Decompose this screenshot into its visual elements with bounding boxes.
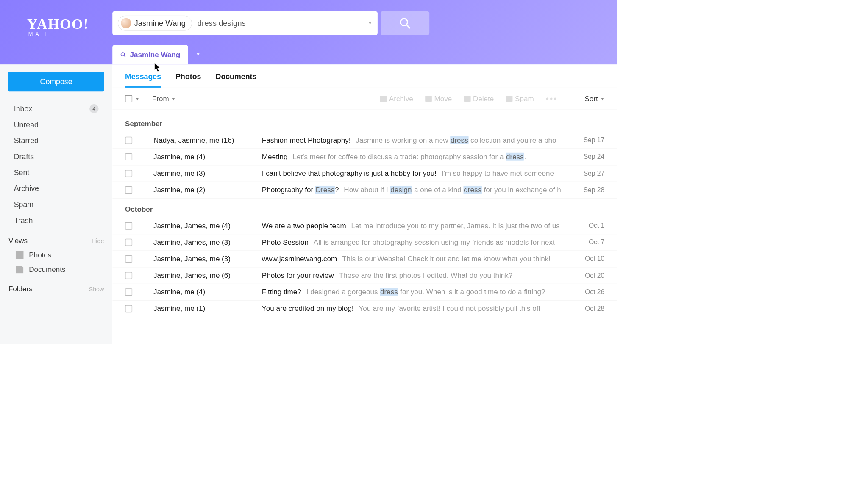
message-from: Jasmine, James, me (3) <box>153 255 262 263</box>
message-checkbox[interactable] <box>125 272 132 279</box>
sidebar-item-drafts[interactable]: Drafts <box>0 149 112 165</box>
message-checkbox[interactable] <box>125 153 132 160</box>
views-hide[interactable]: Hide <box>92 238 104 244</box>
message-checkbox[interactable] <box>125 239 132 246</box>
delete-button[interactable]: Delete <box>464 94 494 103</box>
message-row[interactable]: Jasmine, James, me (6) Photos for your r… <box>112 267 617 284</box>
message-body: Fitting time? I designed a gorgeous dres… <box>262 288 571 296</box>
from-filter[interactable]: From ▼ <box>152 94 175 103</box>
sidebar-item-trash[interactable]: Trash <box>0 213 112 229</box>
search-filter-tab[interactable]: Jasmine Wang <box>112 45 188 65</box>
message-list[interactable]: September Nadya, Jasmine, me (16) Fashio… <box>112 110 617 344</box>
message-row[interactable]: Jasmine, me (3) I can't believe that pho… <box>112 165 617 182</box>
message-row[interactable]: Jasmine, me (4) Meeting Let's meet for c… <box>112 149 617 165</box>
message-body: Meeting Let's meet for coffee to discuss… <box>262 152 571 161</box>
message-row[interactable]: Jasmine, me (4) Fitting time? I designed… <box>112 284 617 300</box>
message-body: Photography for Dress? How about if I de… <box>262 186 571 194</box>
message-from: Jasmine, me (1) <box>153 304 262 313</box>
tab-messages[interactable]: Messages <box>125 72 161 88</box>
move-button[interactable]: Move <box>425 94 452 103</box>
avatar <box>121 18 131 28</box>
message-date: Sep 24 <box>577 153 604 160</box>
svg-line-3 <box>124 55 126 57</box>
message-row[interactable]: Jasmine, James, me (3) www.jasminewang.c… <box>112 251 617 267</box>
sidebar-item-starred[interactable]: Starred <box>0 133 112 149</box>
message-date: Oct 26 <box>577 288 604 296</box>
message-from: Jasmine, me (3) <box>153 169 262 178</box>
compose-button[interactable]: Compose <box>8 72 104 91</box>
archive-icon <box>380 96 387 102</box>
message-preview: These are the first photos I edited. Wha… <box>339 271 512 279</box>
spam-button[interactable]: Spam <box>506 94 534 103</box>
select-all-checkbox[interactable] <box>125 95 132 102</box>
message-preview: I'm so happy to have met someone <box>442 169 554 177</box>
message-body: www.jasminewang.com This is our Website!… <box>262 255 571 263</box>
select-dropdown-caret[interactable]: ▼ <box>135 97 139 101</box>
message-subject: Meeting <box>262 152 288 160</box>
tab-photos[interactable]: Photos <box>175 72 201 88</box>
message-date: Oct 28 <box>577 305 604 313</box>
message-checkbox[interactable] <box>125 222 132 230</box>
message-checkbox[interactable] <box>125 137 132 144</box>
message-row[interactable]: Jasmine, James, me (4) We are a two peop… <box>112 218 617 234</box>
message-checkbox[interactable] <box>125 255 132 263</box>
delete-icon <box>464 96 471 102</box>
sort-button[interactable]: Sort ▼ <box>584 94 604 103</box>
count-badge: 4 <box>89 104 98 113</box>
group-header: September <box>112 113 617 133</box>
filter-dropdown-caret[interactable]: ▼ <box>195 51 200 57</box>
sidebar-item-archive[interactable]: Archive <box>0 181 112 197</box>
photo-icon <box>16 251 23 259</box>
chevron-down-icon: ▼ <box>171 97 175 101</box>
message-checkbox[interactable] <box>125 170 132 177</box>
filter-tab-label: Jasmine Wang <box>130 50 180 59</box>
message-preview: Let's meet for coffee to discuss a trade… <box>292 152 526 160</box>
message-row[interactable]: Jasmine, me (1) You are credited on my b… <box>112 301 617 317</box>
search-person-chip[interactable]: Jasmine Wang <box>118 16 192 31</box>
message-date: Oct 7 <box>577 238 604 246</box>
message-preview: All is arranged for photography session … <box>314 238 555 246</box>
folders-show[interactable]: Show <box>89 286 104 293</box>
message-date: Sep 28 <box>577 186 604 194</box>
view-item-photos[interactable]: Photos <box>0 248 112 262</box>
message-row[interactable]: Jasmine, James, me (3) Photo Session All… <box>112 234 617 251</box>
message-row[interactable]: Nadya, Jasmine, me (16) Fashion meet Pho… <box>112 132 617 149</box>
message-preview: You are my favorite artist! I could not … <box>359 304 540 313</box>
sidebar-item-spam[interactable]: Spam <box>0 196 112 213</box>
folders-section: Folders Show <box>0 277 112 296</box>
search-icon <box>120 52 126 58</box>
message-checkbox[interactable] <box>125 288 132 296</box>
folders-label: Folders <box>8 285 33 293</box>
sidebar-item-unread[interactable]: Unread <box>0 117 112 133</box>
message-body: Fashion meet Photography! Jasmine is wor… <box>262 136 571 144</box>
search-bar[interactable]: Jasmine Wang ▼ <box>112 11 378 35</box>
app-header: YAHOO! MAIL Jasmine Wang ▼ Jasmine Wang … <box>0 0 617 64</box>
main-content: MessagesPhotosDocuments ▼ From ▼ Archive… <box>112 64 617 344</box>
search-button[interactable] <box>381 11 429 35</box>
message-subject: I can't believe that photography is just… <box>262 169 437 177</box>
group-header: October <box>112 199 617 218</box>
message-date: Oct 10 <box>577 255 604 263</box>
chip-name: Jasmine Wang <box>134 19 186 28</box>
sidebar-item-sent[interactable]: Sent <box>0 165 112 181</box>
sidebar-item-inbox[interactable]: Inbox4 <box>0 100 112 116</box>
message-checkbox[interactable] <box>125 305 132 312</box>
archive-button[interactable]: Archive <box>380 94 413 103</box>
more-actions[interactable]: ••• <box>546 94 557 104</box>
message-date: Sep 17 <box>577 136 604 144</box>
view-item-documents[interactable]: Documents <box>0 262 112 277</box>
search-dropdown-caret[interactable]: ▼ <box>368 21 372 25</box>
message-toolbar: ▼ From ▼ Archive Move Delete Spam ••• So… <box>112 88 617 110</box>
message-from: Jasmine, me (4) <box>153 288 262 296</box>
search-icon <box>399 17 411 29</box>
message-subject: Photos for your review <box>262 271 334 279</box>
message-preview: How about if I design a one of a kind dr… <box>344 186 561 194</box>
search-bar-group: Jasmine Wang ▼ <box>112 11 429 35</box>
message-subject: We are a two people team <box>262 221 346 230</box>
search-input[interactable] <box>198 19 364 28</box>
message-checkbox[interactable] <box>125 186 132 194</box>
message-row[interactable]: Jasmine, me (2) Photography for Dress? H… <box>112 182 617 198</box>
logo: YAHOO! MAIL <box>27 16 89 37</box>
tab-documents[interactable]: Documents <box>216 72 257 88</box>
message-from: Nadya, Jasmine, me (16) <box>153 136 262 144</box>
